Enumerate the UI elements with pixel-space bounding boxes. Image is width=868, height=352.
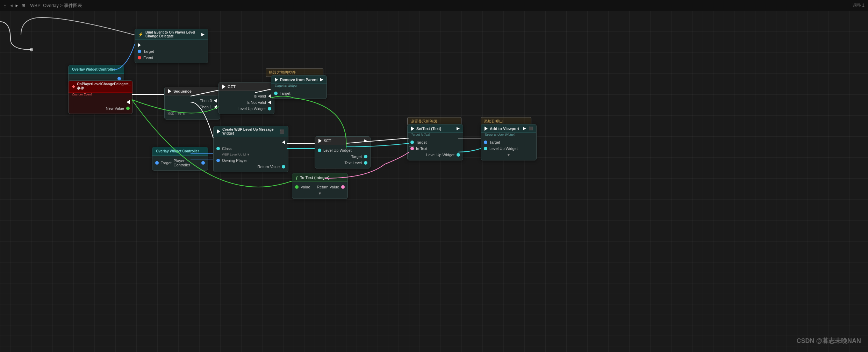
settext-levelup-pin bbox=[457, 153, 460, 157]
settext-exec-in bbox=[411, 127, 414, 131]
create-exec-out bbox=[282, 140, 285, 144]
remove-target-label: Target bbox=[280, 91, 290, 95]
isnotvalid-row: Is Not Valid bbox=[219, 99, 274, 106]
overlay-controller-1-header: Overlay Widget Controller bbox=[69, 65, 124, 74]
set-textlevel-label: Text Level bbox=[344, 161, 362, 165]
owning-player-pin bbox=[216, 159, 220, 162]
remove-body: Target bbox=[271, 88, 327, 99]
bind-event-title: Bind Event to On Player Level Change Del… bbox=[145, 30, 199, 38]
to-text-header: ƒ To Text (Integer) bbox=[292, 173, 347, 182]
set-exec-in bbox=[318, 139, 322, 143]
grid-icon: ⊞ bbox=[22, 3, 25, 8]
remove-title: Remove from Parent bbox=[280, 78, 318, 82]
on-player-event-title: OnPlayerLevelChangeDelegate_事件 bbox=[77, 82, 130, 91]
sequence-exec-in bbox=[168, 89, 171, 93]
to-text-title: To Text (Integer) bbox=[300, 175, 330, 180]
isvalid-row: Is Valid bbox=[219, 93, 274, 99]
set-target-pin bbox=[364, 155, 367, 158]
get-exec-in bbox=[222, 85, 225, 89]
remove-from-parent-node: Remove from Parent ▶ Target is Widget Ta… bbox=[271, 75, 327, 99]
sequence-header: Sequence bbox=[165, 87, 220, 95]
custom-event-subtitle: Custom Event bbox=[69, 93, 132, 97]
levelupwidget-label: Level Up Widget bbox=[237, 107, 266, 111]
to-text-value-pin bbox=[295, 185, 299, 189]
then0-label: Then 0 bbox=[200, 99, 212, 103]
diamond-icon: ◆ bbox=[72, 84, 75, 89]
exec-out-row bbox=[69, 99, 132, 105]
add-pin-label: 添加引脚 ⊕ bbox=[167, 111, 185, 116]
exec-in-row bbox=[135, 42, 208, 48]
on-player-event-body: New Value bbox=[69, 97, 132, 114]
oc2-target-label: Target bbox=[161, 161, 172, 165]
target-pin bbox=[138, 50, 141, 53]
sequence-title: Sequence bbox=[173, 89, 192, 93]
add-to-viewport-subtitle: Target is User Widget bbox=[481, 133, 536, 137]
settext-levelup-label: Level Up Widget bbox=[426, 153, 454, 157]
to-text-value-label: Value bbox=[301, 185, 310, 189]
to-text-expand-row: ▼ bbox=[292, 190, 347, 196]
set-levelup-row: Level Up Widget bbox=[315, 147, 370, 153]
set-body: Level Up Widget Target Text Level bbox=[315, 145, 370, 168]
top-bar: ⌂ ◄ ► ⊞ WBP_Overlay > 事件图表 调整 1 bbox=[0, 0, 868, 11]
set-target-row: Target bbox=[315, 153, 370, 160]
class-row: Class bbox=[214, 145, 288, 152]
overlay-controller-2-node: Overlay Widget Controller Target Player … bbox=[152, 147, 208, 171]
set-node: SET ▶ Level Up Widget Target Text Level bbox=[315, 136, 371, 168]
return-value-label: Return Value bbox=[258, 165, 280, 169]
breadcrumb: WBP_Overlay > 事件图表 bbox=[30, 2, 82, 9]
create-exec-out-row bbox=[214, 139, 288, 145]
set-textlevel-pin bbox=[364, 161, 367, 165]
create-wbp-body: Class WBP Level Up M ▼ Owning Player Ret… bbox=[214, 137, 288, 172]
get-title: GET bbox=[228, 85, 236, 89]
grid-background bbox=[0, 0, 868, 352]
addviewport-icon: ⬛ bbox=[529, 127, 533, 130]
settext-target-label: Target bbox=[416, 140, 427, 144]
isnotvalid-label: Is Not Valid bbox=[247, 100, 266, 105]
forward-arrow[interactable]: ► bbox=[15, 3, 19, 8]
home-icon: ⌂ bbox=[3, 3, 6, 8]
set-exec-out: ▶ bbox=[364, 138, 367, 143]
to-text-icon: ƒ bbox=[296, 175, 298, 180]
bind-event-icon: ⚡ bbox=[138, 32, 143, 37]
set-levelup-pin bbox=[318, 149, 321, 152]
new-value-label: New Value bbox=[106, 106, 124, 110]
to-text-body: Value Return Value ▼ bbox=[292, 182, 347, 199]
bind-event-node: ⚡ Bind Event to On Player Level Change D… bbox=[135, 29, 208, 63]
create-wbp-exec-in bbox=[217, 129, 220, 134]
to-text-node: ƒ To Text (Integer) Value Return Value ▼ bbox=[292, 173, 348, 199]
addviewport-exec-out: ▶ bbox=[523, 126, 526, 131]
watermark: CSDN @暮志未晚NAN bbox=[796, 337, 861, 345]
settext-body: Target In Text Level Up Widget bbox=[408, 137, 463, 160]
expand-icon: ▼ bbox=[507, 153, 511, 157]
add-to-viewport-node: Add to Viewport ▶ ⬛ Target is User Widge… bbox=[481, 124, 537, 160]
create-wbp-header: Create WBP Level Up Message Widget ⬛ bbox=[214, 126, 288, 137]
to-text-return-label: Return Value bbox=[317, 185, 339, 189]
new-value-row: New Value bbox=[69, 105, 132, 112]
settext-subtitle: Target is Text bbox=[408, 133, 463, 137]
sequence-node: Sequence Then 0 Then 1 添加引脚 ⊕ bbox=[164, 87, 220, 120]
set-title: SET bbox=[324, 139, 331, 143]
back-arrow[interactable]: ◄ bbox=[9, 3, 13, 8]
settext-exec-out: ▶ bbox=[457, 126, 459, 131]
class-label: Class bbox=[222, 146, 232, 151]
create-wbp-title: Create WBP Level Up Message Widget bbox=[222, 128, 278, 135]
out-pin bbox=[117, 77, 121, 80]
isvalid-label: Is Valid bbox=[254, 94, 266, 98]
settext-intext-pin bbox=[410, 147, 414, 150]
target-label: Target bbox=[143, 49, 154, 53]
sequence-body: Then 0 Then 1 添加引脚 ⊕ bbox=[165, 95, 220, 119]
event-pin-row: Event bbox=[135, 55, 208, 61]
settext-title: SetText (Text) bbox=[416, 127, 441, 131]
get-node: GET Is Valid Is Not Valid Level Up Widge… bbox=[218, 82, 274, 114]
addviewport-target-row: Target bbox=[481, 139, 536, 145]
levelupwidget-pin bbox=[268, 107, 271, 110]
set-levelup-label: Level Up Widget bbox=[323, 148, 352, 152]
remove-subtitle: Target is Widget bbox=[271, 84, 327, 88]
oc2-player-label: Player Controller bbox=[174, 159, 199, 167]
oc2-target-pin bbox=[155, 161, 159, 165]
comment-addviewport-text: 添加到视口 bbox=[484, 119, 503, 123]
overlay-controller-2-body: Target Player Controller bbox=[152, 156, 208, 170]
bind-event-header: ⚡ Bind Event to On Player Level Change D… bbox=[135, 29, 208, 40]
on-player-event-header: ◆ OnPlayerLevelChangeDelegate_事件 bbox=[69, 81, 132, 93]
comment-destroy-text: 销毁之前的控件 bbox=[269, 70, 296, 74]
